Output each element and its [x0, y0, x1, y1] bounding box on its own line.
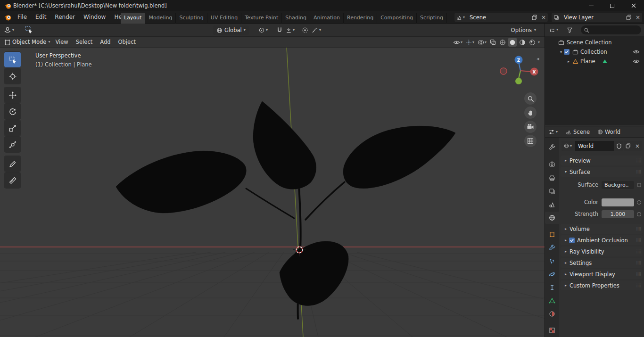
properties-tab-modifiers[interactable]: [545, 242, 559, 254]
panel-ambient-occlusion[interactable]: ▸ Ambient Occlusion ⣿⣿: [561, 235, 643, 245]
options-dropdown[interactable]: Options ▾: [510, 25, 537, 35]
new-world-button[interactable]: [624, 141, 633, 151]
close-button[interactable]: [623, 0, 644, 11]
properties-tab-view-layer[interactable]: [545, 185, 559, 197]
editor-type-button[interactable]: ▾: [2, 25, 16, 35]
panel-grip-icon[interactable]: ⣿⣿: [636, 261, 641, 265]
properties-tab-object-data[interactable]: [545, 295, 559, 307]
tool-annotate[interactable]: [4, 156, 21, 172]
snap-toggle-button[interactable]: [275, 25, 284, 35]
outliner-row-scene-collection[interactable]: Scene Collection: [545, 38, 644, 47]
tab-uv-editing[interactable]: UV Editing: [207, 13, 241, 24]
properties-tab-world[interactable]: [545, 212, 559, 224]
viewport-menu-add[interactable]: Add: [96, 37, 114, 47]
viewport-menu-object[interactable]: Object: [115, 37, 140, 47]
animate-decorator-dot[interactable]: [637, 200, 641, 205]
breadcrumb-scene[interactable]: Scene: [566, 129, 590, 135]
properties-tab-tool[interactable]: [545, 141, 559, 154]
ambient-occlusion-checkbox[interactable]: [569, 238, 575, 243]
shading-solid-button[interactable]: [508, 38, 517, 47]
scene-unlink-button[interactable]: ×: [539, 13, 548, 22]
pan-button[interactable]: [524, 107, 537, 119]
properties-tab-physics[interactable]: [545, 268, 559, 280]
tab-texture-paint[interactable]: Texture Paint: [241, 13, 282, 24]
properties-tab-scene[interactable]: [545, 198, 559, 211]
panel-grip-icon[interactable]: ⣿⣿: [636, 249, 641, 254]
maximize-button[interactable]: [602, 0, 623, 11]
breadcrumb-world[interactable]: World: [597, 129, 620, 135]
panel-viewport-display[interactable]: ▸ Viewport Display ⣿⣿: [561, 269, 643, 279]
fake-user-button[interactable]: [614, 141, 623, 151]
properties-tab-texture[interactable]: [545, 324, 559, 337]
menu-window[interactable]: Window: [79, 11, 110, 23]
gizmo-x-negative-axis[interactable]: [500, 68, 507, 74]
zoom-button[interactable]: [524, 92, 537, 105]
panel-surface[interactable]: ▾ Surface ⣿⣿: [561, 167, 643, 177]
active-tool-button[interactable]: [23, 25, 34, 35]
panel-custom-properties[interactable]: ▸ Custom Properties ⣿⣿: [561, 280, 643, 290]
proportional-editing-button[interactable]: [300, 25, 310, 35]
hide-in-viewport-toggle[interactable]: [633, 49, 640, 54]
viewport-menu-select[interactable]: Select: [72, 37, 96, 47]
sidebar-collapse-arrow[interactable]: ◂: [537, 56, 539, 62]
properties-tab-particles[interactable]: [545, 255, 559, 267]
viewport-canvas[interactable]: [0, 48, 545, 337]
panel-grip-icon[interactable]: ⣿⣿: [636, 238, 641, 242]
unlink-world-button[interactable]: ×: [633, 141, 642, 151]
collection-checkbox[interactable]: [564, 49, 570, 55]
panel-grip-icon[interactable]: ⣿⣿: [636, 170, 641, 174]
toggle-ortho-button[interactable]: [524, 135, 537, 147]
properties-tab-object[interactable]: [545, 229, 559, 241]
panel-ray-visibility[interactable]: ▸ Ray Visibility ⣿⣿: [561, 247, 643, 256]
tool-scale[interactable]: [4, 120, 21, 136]
minimize-button[interactable]: [580, 0, 602, 11]
tab-compositing[interactable]: Compositing: [377, 13, 417, 24]
world-browse-button[interactable]: ▾: [561, 141, 574, 151]
scene-name-field[interactable]: Scene: [467, 14, 530, 21]
gizmo-y-axis[interactable]: [515, 78, 522, 84]
pivot-point-dropdown[interactable]: ▾: [257, 25, 269, 35]
shading-material-button[interactable]: [518, 38, 527, 47]
tab-rendering[interactable]: Rendering: [344, 13, 377, 24]
tab-layout[interactable]: Layout: [121, 13, 145, 24]
tab-sculpting[interactable]: Sculpting: [176, 13, 207, 24]
properties-editor-type-button[interactable]: ▾: [547, 127, 559, 137]
search-input[interactable]: [591, 27, 634, 33]
overlays-dropdown[interactable]: ▾: [477, 38, 487, 47]
shading-wireframe-button[interactable]: [498, 38, 507, 47]
hide-in-viewport-toggle[interactable]: [633, 59, 640, 64]
view-layer-name-field[interactable]: View Layer: [561, 14, 624, 21]
xray-toggle-button[interactable]: [489, 38, 497, 47]
surface-type-dropdown[interactable]: Backgro..: [602, 181, 634, 189]
tab-scripting[interactable]: Scripting: [417, 13, 447, 24]
properties-tab-render[interactable]: [545, 158, 559, 170]
shading-options-dropdown[interactable]: ▾: [538, 41, 540, 44]
tool-cursor[interactable]: [4, 68, 21, 84]
proportional-falloff-dropdown[interactable]: ▾: [310, 25, 322, 35]
outliner-filter-button[interactable]: [565, 25, 574, 35]
shading-rendered-button[interactable]: [528, 38, 537, 47]
panel-grip-icon[interactable]: ⣿⣿: [636, 272, 641, 276]
menu-file[interactable]: File: [13, 11, 31, 23]
scene-new-button[interactable]: [530, 13, 539, 22]
color-swatch[interactable]: [602, 198, 634, 206]
panel-settings[interactable]: ▸ Settings ⣿⣿: [561, 258, 643, 268]
scene-browse-button[interactable]: ▾: [454, 13, 467, 22]
view-layer-remove-button[interactable]: ×: [634, 13, 642, 22]
panel-grip-icon[interactable]: ⣿⣿: [636, 227, 641, 231]
transform-orientation-dropdown[interactable]: Global ▾: [213, 25, 249, 35]
panel-preview[interactable]: ▸ Preview ⣿⣿: [561, 156, 643, 165]
tool-measure[interactable]: [4, 173, 21, 188]
properties-tab-output[interactable]: [545, 172, 559, 184]
tool-select-box[interactable]: [4, 52, 21, 67]
add-workspace-button[interactable]: +: [447, 13, 451, 24]
blender-menu-icon[interactable]: [4, 14, 11, 21]
tool-rotate[interactable]: [4, 104, 21, 119]
gizmos-dropdown[interactable]: ▾: [465, 38, 475, 47]
properties-tab-constraints[interactable]: [545, 281, 559, 294]
outliner-row-collection[interactable]: ▾ Collection: [545, 47, 644, 57]
mode-dropdown[interactable]: Object Mode ▾: [3, 37, 51, 47]
snap-settings-dropdown[interactable]: ▾: [284, 25, 296, 35]
animate-decorator-dot[interactable]: [637, 183, 641, 187]
strength-field[interactable]: 1.000: [602, 210, 634, 218]
